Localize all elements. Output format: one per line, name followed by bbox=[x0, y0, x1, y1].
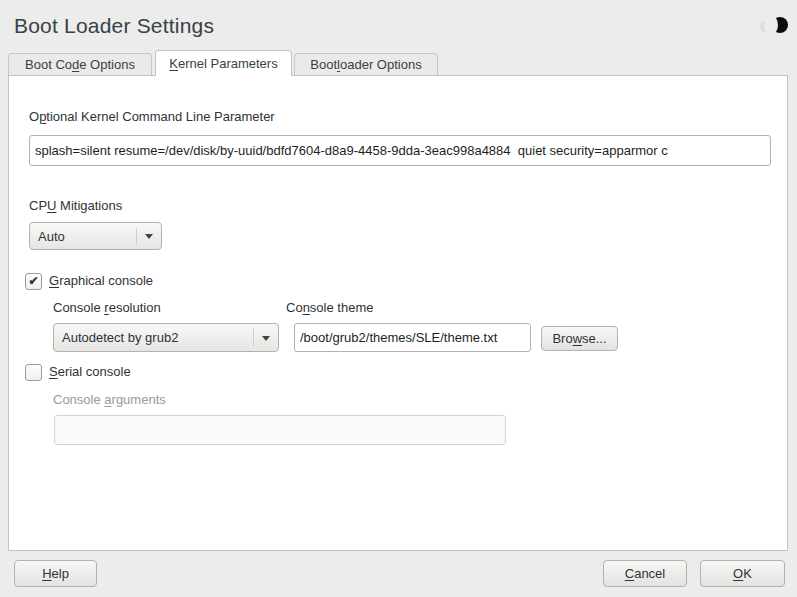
console-theme-label: Console theme bbox=[286, 300, 373, 316]
kernel-cmdline-input[interactable] bbox=[29, 135, 771, 166]
chevron-down-icon bbox=[262, 336, 270, 341]
console-arguments-input bbox=[54, 415, 506, 445]
kernel-parameters-panel: Optional Kernel Command Line Parameter C… bbox=[8, 75, 788, 551]
checkmark-icon: ✔ bbox=[28, 274, 38, 288]
tab-bootloader-options[interactable]: Bootloader Options bbox=[294, 53, 438, 75]
cpu-mitigations-label: CPU Mitigations bbox=[29, 198, 122, 214]
tab-kernel-parameters[interactable]: Kernel Parameters bbox=[155, 50, 292, 76]
tab-label-part: e Options bbox=[79, 57, 135, 72]
console-arguments-label: Console arguments bbox=[53, 392, 166, 408]
combo-separator bbox=[253, 329, 254, 346]
tab-label-mnemonic: K bbox=[169, 56, 178, 71]
night-mode-toggle[interactable] bbox=[758, 17, 790, 35]
tab-label-part: oader Options bbox=[340, 57, 422, 72]
chevron-down-icon bbox=[145, 234, 153, 239]
moon-icon bbox=[772, 17, 788, 33]
page-title: Boot Loader Settings bbox=[14, 14, 214, 38]
boot-loader-settings-dialog: Boot Loader Settings Boot Code Options K… bbox=[0, 0, 797, 597]
console-resolution-select[interactable]: Autodetect by grub2 bbox=[53, 323, 279, 352]
tab-label-part: ernel Parameters bbox=[178, 56, 278, 71]
graphical-console-label[interactable]: Graphical console bbox=[49, 273, 153, 289]
console-resolution-selected-value: Autodetect by grub2 bbox=[62, 330, 178, 345]
ok-button[interactable]: OK bbox=[700, 560, 785, 587]
console-theme-input[interactable] bbox=[294, 323, 531, 352]
tab-label-part: Boot Co bbox=[25, 57, 72, 72]
console-resolution-label: Console resolution bbox=[53, 300, 161, 316]
browse-button[interactable]: Browse... bbox=[541, 326, 618, 351]
cpu-mitigations-selected-value: Auto bbox=[38, 229, 65, 244]
tab-label-mnemonic: d bbox=[72, 57, 79, 72]
graphical-console-checkbox[interactable]: ✔ bbox=[25, 273, 42, 290]
cancel-button[interactable]: Cancel bbox=[603, 560, 687, 587]
cpu-mitigations-select[interactable]: Auto bbox=[29, 222, 162, 250]
serial-console-checkbox[interactable] bbox=[25, 364, 42, 381]
tab-boot-code-options[interactable]: Boot Code Options bbox=[8, 53, 152, 75]
tab-label-part: Boot bbox=[310, 57, 337, 72]
kernel-cmdline-label: Optional Kernel Command Line Parameter bbox=[29, 109, 275, 125]
combo-separator bbox=[136, 228, 137, 244]
serial-console-label[interactable]: Serial console bbox=[49, 364, 131, 380]
help-button[interactable]: Help bbox=[14, 560, 97, 587]
